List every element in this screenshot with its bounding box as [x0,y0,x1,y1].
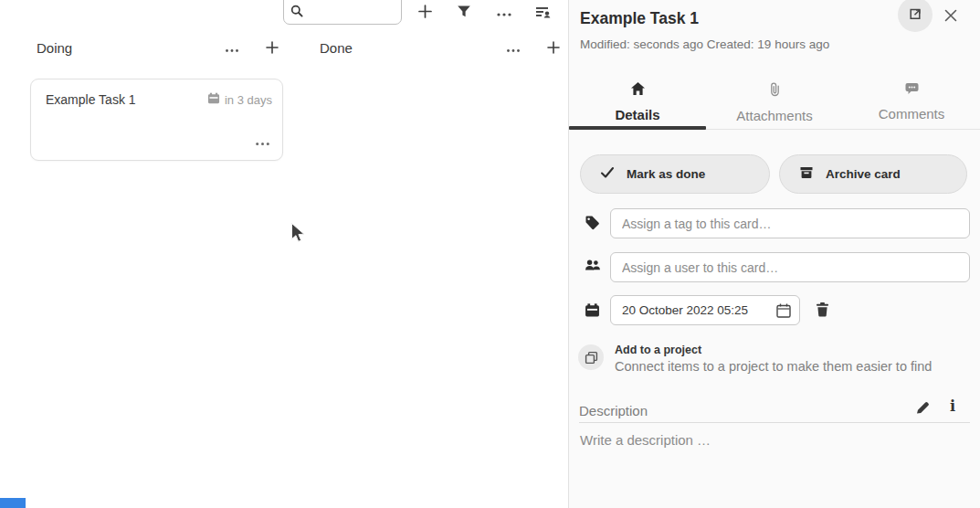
list-person-icon [535,5,552,22]
due-date-field[interactable]: 20 October 2022 05:25 [610,295,800,325]
card-due: in 3 days [207,92,272,107]
card-more-button[interactable] [255,135,270,149]
search-icon [290,5,303,21]
add-to-project-title: Add to a project [615,344,701,356]
search-input[interactable] [308,2,395,22]
info-icon[interactable]: i [950,397,955,415]
due-date-value: 20 October 2022 05:25 [622,303,748,317]
add-to-project-row[interactable]: Add to a project Connect items to a proj… [569,342,980,378]
task-card[interactable]: Example Task 1 in 3 days [30,79,283,161]
plus-icon [417,4,433,22]
assign-user-input[interactable] [610,252,970,282]
tab-label: Comments [879,106,945,122]
funnel-icon [457,5,471,21]
trash-icon[interactable] [815,302,830,321]
home-icon [630,81,646,100]
card-title: Example Task 1 [46,92,136,107]
search-field[interactable] [283,0,402,25]
tab-label: Details [615,107,659,122]
archive-card-label: Archive card [826,167,901,181]
calendar-icon [585,302,600,322]
tab-details[interactable]: Details [569,78,706,129]
column-header-done: Done [320,40,563,62]
pencil-icon[interactable] [915,400,931,418]
column-title: Done [320,40,353,56]
mouse-cursor-icon [290,222,306,248]
tab-comments[interactable]: Comments [843,78,980,129]
kanban-board: Doing Example Task 1 [0,0,568,508]
add-to-project-subtitle: Connect items to a project to make them … [615,359,932,374]
ellipsis-icon [255,135,270,149]
copy-windows-icon [578,344,604,370]
open-external-icon [908,5,923,24]
app-window: Doing Example Task 1 [0,0,980,508]
ellipsis-icon [506,42,521,56]
description-placeholder[interactable]: Write a description … [580,432,711,448]
description-divider [579,422,970,423]
card-detail-panel: Example Task 1 Modified: seconds ago Cre… [569,0,980,508]
comment-icon [904,81,920,99]
card-due-label: in 3 days [225,93,272,107]
mark-as-done-button[interactable]: Mark as done [580,154,770,194]
tab-attachments[interactable]: Attachments [706,78,843,129]
mark-as-done-label: Mark as done [627,167,705,181]
tab-label: Attachments [736,108,812,123]
calendar-icon [207,92,220,107]
tab-bar: Details Attachments Comments [569,78,980,130]
archive-icon [799,165,814,183]
accent-fragment [0,498,26,508]
filter-button[interactable] [455,4,473,22]
active-tab-underline [569,126,706,130]
add-card-button[interactable] [416,4,434,22]
board-more-button[interactable] [495,4,513,22]
column-done-more-button[interactable] [503,38,523,58]
plus-icon [546,40,561,58]
ellipsis-icon [496,6,512,20]
plus-icon [265,40,279,58]
column-done-add-button[interactable] [543,38,564,58]
users-icon [585,259,601,276]
archive-card-button[interactable]: Archive card [779,154,967,194]
calendar-outline-icon[interactable] [775,302,792,322]
assign-tag-input[interactable] [610,208,970,238]
column-doing-more-button[interactable] [222,38,242,58]
close-icon[interactable] [943,8,959,25]
panel-meta: Modified: seconds ago Created: 19 hours … [580,37,829,51]
paperclip-icon [768,81,782,101]
column-title: Doing [37,40,72,56]
description-label: Description [579,403,648,418]
column-header-doing: Doing [37,40,283,62]
ellipsis-icon [225,42,239,56]
tag-icon [585,215,600,234]
open-external-button[interactable] [898,0,933,32]
column-doing-add-button[interactable] [262,38,282,58]
panel-title: Example Task 1 [580,9,699,28]
assignee-list-button[interactable] [534,4,553,22]
check-icon [600,166,615,182]
